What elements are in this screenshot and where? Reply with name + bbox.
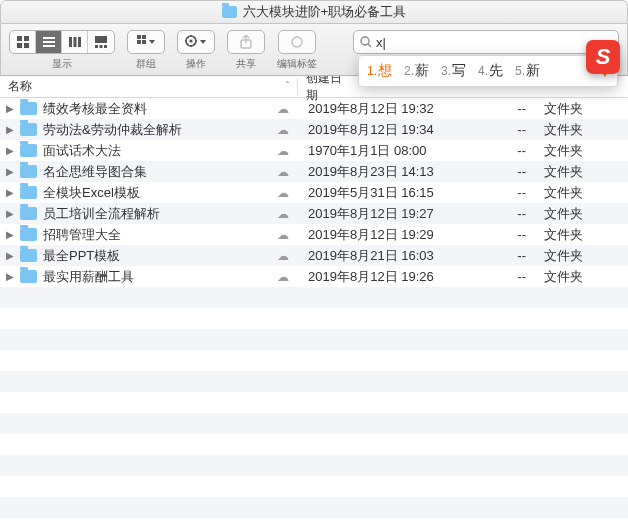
svg-line-23 (368, 44, 371, 47)
window-titlebar: 六大模块进阶+职场必备工具 (0, 0, 628, 24)
svg-rect-1 (24, 36, 29, 41)
group-label: 群组 (136, 57, 156, 71)
file-date: 2019年8月21日 16:03 (298, 247, 466, 265)
disclosure-triangle-icon[interactable]: ▶ (6, 187, 14, 198)
file-name: 劳动法&劳动仲裁全解析 (43, 121, 182, 139)
ime-num: 2. (404, 64, 414, 78)
table-row[interactable]: ▶面试话术大法☁1970年1月1日 08:00--文件夹 (0, 140, 628, 161)
file-size: -- (466, 206, 538, 221)
ime-cand[interactable]: 薪 (415, 62, 429, 80)
table-row (0, 497, 628, 518)
view-icon-grid-icon[interactable] (10, 31, 36, 53)
file-name: 员工培训全流程解析 (43, 205, 160, 223)
cloud-download-icon[interactable]: ☁ (274, 165, 292, 179)
action-button[interactable] (177, 30, 215, 54)
disclosure-triangle-icon[interactable]: ▶ (6, 208, 14, 219)
file-size: -- (466, 143, 538, 158)
folder-icon (20, 249, 37, 262)
file-kind: 文件夹 (538, 184, 628, 202)
svg-rect-9 (78, 37, 81, 47)
view-columns-icon[interactable] (62, 31, 88, 53)
file-kind: 文件夹 (538, 121, 628, 139)
cloud-download-icon[interactable]: ☁ (274, 270, 292, 284)
cloud-download-icon[interactable]: ☁ (274, 123, 292, 137)
sort-indicator-icon: ˆ (286, 81, 289, 92)
file-size: -- (466, 185, 538, 200)
view-mode-segmented[interactable] (9, 30, 115, 54)
cloud-download-icon[interactable]: ☁ (274, 228, 292, 242)
folder-icon (20, 144, 37, 157)
ime-num: 1. (367, 64, 377, 78)
file-size: -- (466, 122, 538, 137)
folder-icon (20, 270, 37, 283)
disclosure-triangle-icon[interactable]: ▶ (6, 103, 14, 114)
file-name: 招聘管理大全 (43, 226, 121, 244)
svg-rect-17 (142, 40, 146, 44)
file-name: 名企思维导图合集 (43, 163, 147, 181)
file-date: 2019年8月23日 14:13 (298, 163, 466, 181)
table-row (0, 308, 628, 329)
view-gallery-icon[interactable] (88, 31, 114, 53)
disclosure-triangle-icon[interactable]: ▶ (6, 166, 14, 177)
search-input[interactable]: x| (353, 30, 619, 54)
svg-point-22 (361, 37, 369, 45)
file-kind: 文件夹 (538, 142, 628, 160)
table-row (0, 434, 628, 455)
cloud-download-icon[interactable]: ☁ (274, 249, 292, 263)
svg-rect-0 (17, 36, 22, 41)
cloud-download-icon[interactable]: ☁ (274, 207, 292, 221)
ime-cand[interactable]: 先 (489, 62, 503, 80)
table-row[interactable]: ▶招聘管理大全☁2019年8月12日 19:29--文件夹 (0, 224, 628, 245)
view-label: 显示 (52, 57, 72, 71)
search-container: x| (353, 30, 619, 54)
cloud-download-icon[interactable]: ☁ (274, 144, 292, 158)
tags-button[interactable] (278, 30, 316, 54)
file-kind: 文件夹 (538, 205, 628, 223)
cloud-download-icon[interactable]: ☁ (274, 102, 292, 116)
svg-rect-7 (69, 37, 72, 47)
disclosure-triangle-icon[interactable]: ▶ (6, 271, 14, 282)
view-list-icon[interactable] (36, 31, 62, 53)
folder-icon (20, 102, 37, 115)
table-row (0, 329, 628, 350)
table-row[interactable]: ▶最全PPT模板☁2019年8月21日 16:03--文件夹 (0, 245, 628, 266)
ime-cand[interactable]: 新 (526, 62, 540, 80)
svg-rect-3 (24, 43, 29, 48)
file-kind: 文件夹 (538, 100, 628, 118)
disclosure-triangle-icon[interactable]: ▶ (6, 145, 14, 156)
file-date: 1970年1月1日 08:00 (298, 142, 466, 160)
table-row (0, 350, 628, 371)
share-button[interactable] (227, 30, 265, 54)
svg-rect-11 (95, 45, 98, 48)
table-row[interactable]: ▶最实用薪酬工具☁2019年8月12日 19:26--文件夹 (0, 266, 628, 287)
file-name: 绩效考核最全资料 (43, 100, 147, 118)
svg-rect-2 (17, 43, 22, 48)
table-row[interactable]: ▶名企思维导图合集☁2019年8月23日 14:13--文件夹 (0, 161, 628, 182)
disclosure-triangle-icon[interactable]: ▶ (6, 124, 14, 135)
file-size: -- (466, 164, 538, 179)
ime-num: 4. (478, 64, 488, 78)
group-button[interactable] (127, 30, 165, 54)
svg-point-21 (292, 37, 302, 47)
cloud-download-icon[interactable]: ☁ (274, 186, 292, 200)
share-label: 共享 (236, 57, 256, 71)
svg-rect-4 (43, 37, 55, 39)
table-row (0, 476, 628, 497)
disclosure-triangle-icon[interactable]: ▶ (6, 229, 14, 240)
table-row[interactable]: ▶员工培训全流程解析☁2019年8月12日 19:27--文件夹 (0, 203, 628, 224)
table-row[interactable]: ▶全模块Excel模板☁2019年5月31日 16:15--文件夹 (0, 182, 628, 203)
ime-num: 3. (441, 64, 451, 78)
table-row[interactable]: ▶绩效考核最全资料☁2019年8月12日 19:32--文件夹 (0, 98, 628, 119)
file-size: -- (466, 227, 538, 242)
column-header-name[interactable]: 名称 ˆ (0, 78, 298, 95)
ime-cand[interactable]: 写 (452, 62, 466, 80)
disclosure-triangle-icon[interactable]: ▶ (6, 250, 14, 261)
ime-cand[interactable]: 想 (378, 62, 392, 80)
svg-rect-13 (104, 45, 107, 48)
table-row[interactable]: ▶劳动法&劳动仲裁全解析☁2019年8月12日 19:34--文件夹 (0, 119, 628, 140)
file-kind: 文件夹 (538, 247, 628, 265)
folder-icon (20, 207, 37, 220)
file-kind: 文件夹 (538, 226, 628, 244)
ime-candidate-bar[interactable]: 1.想 2.薪 3.写 4.先 5.新 ▲▼ (358, 55, 618, 87)
file-size: -- (466, 101, 538, 116)
